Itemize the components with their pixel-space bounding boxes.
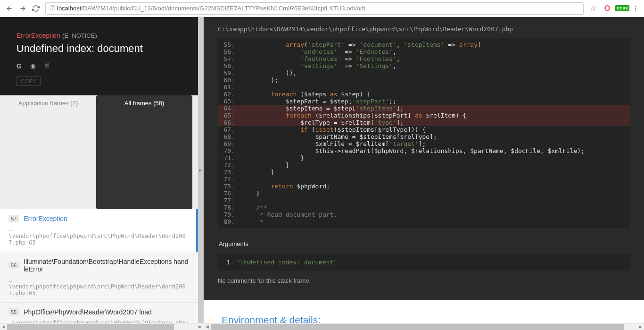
code-line: 58. 'settings' => 'Settings', xyxy=(218,62,630,69)
browser-chrome: ⓘ localhost/DAW2M14/public/CU_13/6/odt/d… xyxy=(0,0,644,17)
code-line: 60. ); xyxy=(218,76,630,84)
address-path: /DAW2M14/public/CU_13/6/odt/documents/G2… xyxy=(81,5,365,12)
code-line: 61. xyxy=(218,84,630,91)
frame-title: ErrorException xyxy=(24,215,67,222)
code-line: 79. * Read document part. xyxy=(218,211,630,218)
reload-button[interactable] xyxy=(29,2,42,15)
back-button[interactable] xyxy=(3,2,16,15)
code-line: 70. $this->readPart($phpWord, $relations… xyxy=(218,147,630,154)
frame-path: … \vendor\phpoffice\phpword\src\PhpWord\… xyxy=(8,277,190,296)
code-line: 73. } xyxy=(218,169,630,176)
content-area: ErrorException (E_NOTICE) Undefined inde… xyxy=(0,17,644,323)
code-line: 76. } xyxy=(218,190,630,197)
frame-number: 56 xyxy=(8,262,19,269)
google-search-icon[interactable]: G xyxy=(17,62,22,70)
stack-frame[interactable]: 56Illuminate\Foundation\Bootstrap\Handle… xyxy=(0,252,198,303)
no-comments-text: No comments for this stack frame. xyxy=(204,277,644,296)
stack-frame[interactable]: 57ErrorException… \vendor\phpoffice\phpw… xyxy=(0,209,198,252)
copy-button[interactable]: COPY xyxy=(17,76,41,86)
environment-details: Environment & details: GET Data empty xyxy=(204,300,644,323)
address-host: localhost xyxy=(57,5,81,12)
stack-frame[interactable]: 55PhpOffice\PhpWord\Reader\Word2007 load… xyxy=(0,303,198,323)
details-header: Environment & details: xyxy=(222,314,626,323)
code-line: 63. $stepPart = $step['stepPart']; xyxy=(218,98,630,105)
code-line: 56. 'endnotes' => 'Endnotes', xyxy=(218,48,630,55)
forward-button[interactable] xyxy=(16,2,29,15)
frame-path: …\vendor\phpoffice\phpword\src\PhpWord\I… xyxy=(8,320,190,323)
arguments-header: Arguments xyxy=(204,237,644,250)
code-line: 64. $stepItems = $step['stepItems']; xyxy=(218,105,630,112)
stackoverflow-icon[interactable]: ≝ xyxy=(44,62,50,70)
panel-resizer[interactable] xyxy=(198,17,204,323)
code-line: 62. foreach ($steps as $step) { xyxy=(218,91,630,98)
cors-extension-icon[interactable]: CORS xyxy=(617,3,628,14)
code-line: 65. foreach ($relationships[$stepPart] a… xyxy=(218,112,630,119)
left-scrollbar[interactable]: ◀ ▶ xyxy=(0,323,204,330)
source-file-path: C:\xampp\htdocs\DAW2M14\vendor\phpoffice… xyxy=(204,17,644,38)
arguments-block: "Undefined index: document" xyxy=(218,254,630,271)
code-line: 55. array('stepPart' => 'document', 'ste… xyxy=(218,41,630,48)
code-line: 67. if (isset($stepItems[$relType])) { xyxy=(218,126,630,133)
code-line: 68. $partName = $stepItems[$relType]; xyxy=(218,133,630,140)
address-bar[interactable]: ⓘ localhost/DAW2M14/public/CU_13/6/odt/d… xyxy=(45,2,584,15)
code-block: 55. array('stepPart' => 'document', 'ste… xyxy=(218,38,630,228)
exception-type: ErrorException xyxy=(17,32,60,39)
code-line: 72. } xyxy=(218,161,630,169)
tab-application-frames[interactable]: Application frames (2) xyxy=(0,95,96,209)
code-line: 71. } xyxy=(218,154,630,161)
code-line: 77. xyxy=(218,197,630,204)
right-panel[interactable]: C:\xampp\htdocs\DAW2M14\vendor\phpoffice… xyxy=(204,17,644,323)
code-line: 80. * xyxy=(218,218,630,225)
left-panel: ErrorException (E_NOTICE) Undefined inde… xyxy=(0,17,198,323)
argument-item: "Undefined index: document" xyxy=(238,259,620,266)
exception-severity: (E_NOTICE) xyxy=(62,32,97,39)
tab-all-frames[interactable]: All frames (58) xyxy=(96,95,192,209)
exception-header: ErrorException (E_NOTICE) Undefined inde… xyxy=(0,17,198,95)
code-line: 59. )), xyxy=(218,69,630,76)
right-scrollbar[interactable]: ◀ ▶ xyxy=(204,323,644,330)
bookmark-star-icon[interactable]: ☆ xyxy=(586,2,600,15)
frame-title: PhpOffice\PhpWord\Reader\Word2007 load xyxy=(24,308,152,316)
opera-extension-icon[interactable]: O xyxy=(602,3,613,14)
site-info-icon[interactable]: ⓘ xyxy=(50,4,55,12)
code-line: 69. $xmlFile = $relItem['target']; xyxy=(218,140,630,147)
frame-number: 57 xyxy=(8,215,19,222)
frame-title: Illuminate\Foundation\Bootstrap\HandleEx… xyxy=(24,258,190,273)
frames-list[interactable]: 57ErrorException… \vendor\phpoffice\phpw… xyxy=(0,209,198,323)
globe-icon[interactable]: ◉ xyxy=(30,62,36,70)
code-line: 78. /** xyxy=(218,204,630,211)
frame-path: … \vendor\phpoffice\phpword\src\PhpWord\… xyxy=(8,226,188,246)
code-line: 74. xyxy=(218,176,630,183)
code-line: 66. $relType = $relItem['type']; xyxy=(218,119,630,126)
bottom-scrollbars: ◀ ▶ ◀ ▶ xyxy=(0,323,644,330)
code-line: 57. 'footnotes' => 'Footnotes', xyxy=(218,55,630,62)
browser-menu-button[interactable]: ⋮ xyxy=(630,5,641,12)
frames-tabs: Application frames (2) All frames (58) xyxy=(0,95,198,209)
frame-number: 55 xyxy=(8,308,19,316)
exception-message: Undefined index: document xyxy=(17,42,182,55)
code-line: 75. return $phpWord; xyxy=(218,183,630,190)
